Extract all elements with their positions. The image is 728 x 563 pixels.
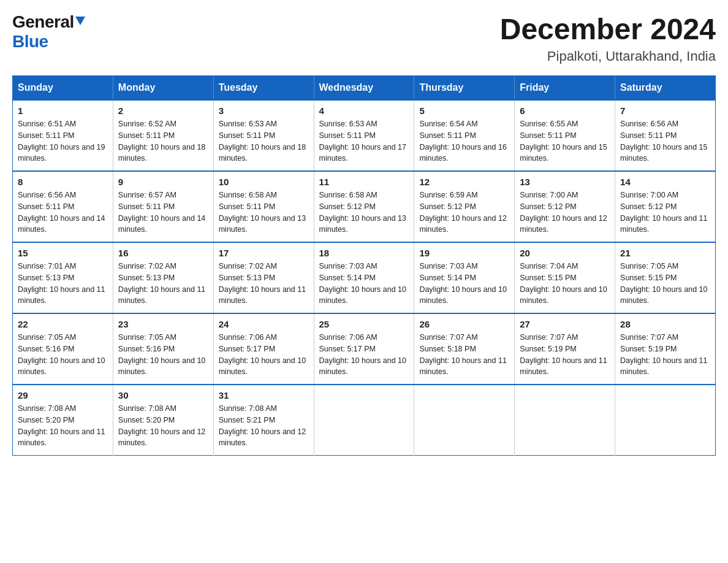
logo-general-text: General <box>12 12 74 32</box>
day-number: 20 <box>520 248 610 258</box>
day-number: 1 <box>18 105 108 116</box>
day-info: Sunrise: 6:58 AMSunset: 5:12 PMDaylight:… <box>319 191 406 234</box>
day-number: 27 <box>520 319 610 329</box>
header: General Blue December 2024 Pipalkoti, Ut… <box>12 12 716 64</box>
day-cell: 3 Sunrise: 6:53 AMSunset: 5:11 PMDayligh… <box>213 100 314 171</box>
day-cell: 17 Sunrise: 7:02 AMSunset: 5:13 PMDaylig… <box>213 242 314 313</box>
day-info: Sunrise: 7:07 AMSunset: 5:19 PMDaylight:… <box>520 333 607 376</box>
day-cell: 26 Sunrise: 7:07 AMSunset: 5:18 PMDaylig… <box>414 313 515 385</box>
day-number: 22 <box>18 319 108 329</box>
day-info: Sunrise: 7:05 AMSunset: 5:15 PMDaylight:… <box>620 262 707 305</box>
day-cell: 31 Sunrise: 7:08 AMSunset: 5:21 PMDaylig… <box>213 385 314 456</box>
day-number: 21 <box>620 248 710 258</box>
day-number: 18 <box>319 248 409 258</box>
day-info: Sunrise: 6:51 AMSunset: 5:11 PMDaylight:… <box>18 120 105 163</box>
day-cell: 15 Sunrise: 7:01 AMSunset: 5:13 PMDaylig… <box>13 242 113 313</box>
day-cell: 30 Sunrise: 7:08 AMSunset: 5:20 PMDaylig… <box>113 385 213 456</box>
day-info: Sunrise: 6:59 AMSunset: 5:12 PMDaylight:… <box>419 191 506 234</box>
day-cell <box>515 385 615 456</box>
day-info: Sunrise: 7:06 AMSunset: 5:17 PMDaylight:… <box>319 333 406 376</box>
weekday-header-thursday: Thursday <box>414 76 515 101</box>
month-title: December 2024 <box>500 12 716 46</box>
day-cell: 18 Sunrise: 7:03 AMSunset: 5:14 PMDaylig… <box>314 242 414 313</box>
day-cell: 13 Sunrise: 7:00 AMSunset: 5:12 PMDaylig… <box>515 171 615 242</box>
day-number: 8 <box>18 177 108 187</box>
day-number: 26 <box>419 319 509 329</box>
day-info: Sunrise: 7:05 AMSunset: 5:16 PMDaylight:… <box>18 333 105 376</box>
weekday-header-row: SundayMondayTuesdayWednesdayThursdayFrid… <box>13 76 716 101</box>
day-info: Sunrise: 6:54 AMSunset: 5:11 PMDaylight:… <box>419 120 506 163</box>
day-number: 10 <box>219 177 309 187</box>
day-number: 9 <box>118 177 208 187</box>
day-cell: 1 Sunrise: 6:51 AMSunset: 5:11 PMDayligh… <box>13 100 113 171</box>
day-number: 31 <box>219 390 309 400</box>
day-cell <box>314 385 414 456</box>
day-number: 14 <box>620 177 710 187</box>
weekday-header-wednesday: Wednesday <box>314 76 414 101</box>
day-info: Sunrise: 7:03 AMSunset: 5:14 PMDaylight:… <box>319 262 406 305</box>
day-info: Sunrise: 7:03 AMSunset: 5:14 PMDaylight:… <box>419 262 506 305</box>
day-info: Sunrise: 7:08 AMSunset: 5:21 PMDaylight:… <box>219 404 306 447</box>
day-cell <box>414 385 515 456</box>
logo-triangle-icon <box>75 17 85 25</box>
day-info: Sunrise: 7:04 AMSunset: 5:15 PMDaylight:… <box>520 262 607 305</box>
day-number: 5 <box>419 105 509 116</box>
day-info: Sunrise: 7:00 AMSunset: 5:12 PMDaylight:… <box>620 191 707 234</box>
day-cell: 22 Sunrise: 7:05 AMSunset: 5:16 PMDaylig… <box>13 313 113 385</box>
calendar-table: SundayMondayTuesdayWednesdayThursdayFrid… <box>12 75 716 456</box>
day-cell: 9 Sunrise: 6:57 AMSunset: 5:11 PMDayligh… <box>113 171 213 242</box>
weekday-header-tuesday: Tuesday <box>213 76 314 101</box>
day-info: Sunrise: 7:07 AMSunset: 5:18 PMDaylight:… <box>419 333 506 376</box>
day-number: 29 <box>18 390 108 400</box>
day-cell: 16 Sunrise: 7:02 AMSunset: 5:13 PMDaylig… <box>113 242 213 313</box>
day-cell: 8 Sunrise: 6:56 AMSunset: 5:11 PMDayligh… <box>13 171 113 242</box>
day-number: 16 <box>118 248 208 258</box>
day-number: 7 <box>620 105 710 116</box>
day-info: Sunrise: 7:05 AMSunset: 5:16 PMDaylight:… <box>118 333 205 376</box>
day-cell: 19 Sunrise: 7:03 AMSunset: 5:14 PMDaylig… <box>414 242 515 313</box>
day-info: Sunrise: 6:56 AMSunset: 5:11 PMDaylight:… <box>18 191 105 234</box>
day-info: Sunrise: 6:58 AMSunset: 5:11 PMDaylight:… <box>219 191 306 234</box>
title-area: December 2024 Pipalkoti, Uttarakhand, In… <box>500 12 716 64</box>
day-cell: 2 Sunrise: 6:52 AMSunset: 5:11 PMDayligh… <box>113 100 213 171</box>
day-cell: 12 Sunrise: 6:59 AMSunset: 5:12 PMDaylig… <box>414 171 515 242</box>
day-cell: 14 Sunrise: 7:00 AMSunset: 5:12 PMDaylig… <box>615 171 716 242</box>
day-number: 19 <box>419 248 509 258</box>
day-info: Sunrise: 6:52 AMSunset: 5:11 PMDaylight:… <box>118 120 205 163</box>
day-info: Sunrise: 7:01 AMSunset: 5:13 PMDaylight:… <box>18 262 105 305</box>
weekday-header-saturday: Saturday <box>615 76 716 101</box>
day-cell: 11 Sunrise: 6:58 AMSunset: 5:12 PMDaylig… <box>314 171 414 242</box>
day-cell: 27 Sunrise: 7:07 AMSunset: 5:19 PMDaylig… <box>515 313 615 385</box>
weekday-header-monday: Monday <box>113 76 213 101</box>
week-row-2: 8 Sunrise: 6:56 AMSunset: 5:11 PMDayligh… <box>13 171 716 242</box>
day-number: 28 <box>620 319 710 329</box>
day-cell: 6 Sunrise: 6:55 AMSunset: 5:11 PMDayligh… <box>515 100 615 171</box>
day-cell <box>615 385 716 456</box>
day-number: 6 <box>520 105 610 116</box>
day-info: Sunrise: 7:08 AMSunset: 5:20 PMDaylight:… <box>18 404 105 447</box>
day-number: 11 <box>319 177 409 187</box>
day-cell: 4 Sunrise: 6:53 AMSunset: 5:11 PMDayligh… <box>314 100 414 171</box>
day-number: 25 <box>319 319 409 329</box>
day-cell: 5 Sunrise: 6:54 AMSunset: 5:11 PMDayligh… <box>414 100 515 171</box>
day-number: 3 <box>219 105 309 116</box>
day-cell: 24 Sunrise: 7:06 AMSunset: 5:17 PMDaylig… <box>213 313 314 385</box>
day-info: Sunrise: 6:56 AMSunset: 5:11 PMDaylight:… <box>620 120 707 163</box>
weekday-header-friday: Friday <box>515 76 615 101</box>
week-row-1: 1 Sunrise: 6:51 AMSunset: 5:11 PMDayligh… <box>13 100 716 171</box>
day-info: Sunrise: 7:02 AMSunset: 5:13 PMDaylight:… <box>219 262 306 305</box>
day-cell: 10 Sunrise: 6:58 AMSunset: 5:11 PMDaylig… <box>213 171 314 242</box>
logo-blue-text: Blue <box>12 32 48 52</box>
weekday-header-sunday: Sunday <box>13 76 113 101</box>
day-cell: 23 Sunrise: 7:05 AMSunset: 5:16 PMDaylig… <box>113 313 213 385</box>
week-row-3: 15 Sunrise: 7:01 AMSunset: 5:13 PMDaylig… <box>13 242 716 313</box>
day-info: Sunrise: 7:00 AMSunset: 5:12 PMDaylight:… <box>520 191 607 234</box>
day-cell: 29 Sunrise: 7:08 AMSunset: 5:20 PMDaylig… <box>13 385 113 456</box>
logo: General Blue <box>12 12 85 52</box>
day-info: Sunrise: 6:53 AMSunset: 5:11 PMDaylight:… <box>319 120 406 163</box>
day-number: 13 <box>520 177 610 187</box>
day-number: 23 <box>118 319 208 329</box>
day-number: 4 <box>319 105 409 116</box>
day-number: 24 <box>219 319 309 329</box>
day-number: 15 <box>18 248 108 258</box>
